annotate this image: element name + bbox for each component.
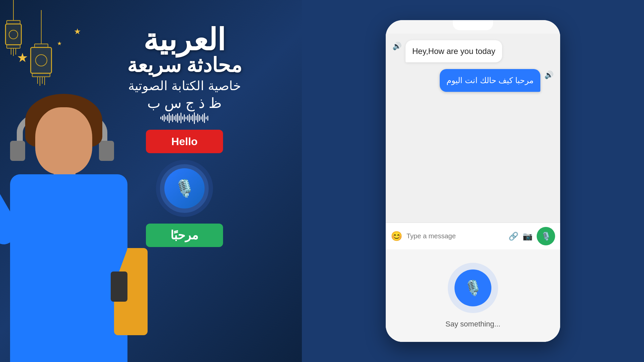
wave-bar: [174, 116, 175, 120]
wave-bar: [160, 117, 161, 119]
buttons-section: Hello 🎙️ مرحبًا: [146, 130, 223, 247]
phone-screen: 🔊 Hey,How are you today 🔊 مرحبا كيف حالك…: [386, 20, 560, 342]
lantern-cap: [34, 44, 48, 47]
arabic-main-title: العربية: [143, 23, 225, 57]
wave-bar: [177, 113, 178, 123]
wave-bar: [185, 117, 186, 119]
wave-bar: [182, 116, 183, 120]
mic-icon-large: 🎙️: [174, 179, 195, 198]
lantern-body: [30, 47, 52, 74]
arabic-hello-button[interactable]: مرحبًا: [146, 224, 223, 247]
say-something-text: Say something...: [445, 320, 500, 328]
right-panel: 🔊 Hey,How are you today 🔊 مرحبا كيف حالك…: [302, 0, 644, 362]
mic-button-container: 🎙️: [156, 160, 213, 217]
wave-bar: [191, 116, 192, 120]
tassel-line: [15, 49, 16, 55]
message-sent: 🔊 مرحبا كيف حالك انت اليوم: [440, 69, 553, 92]
wave-bar: [165, 116, 166, 120]
lantern-2: [30, 10, 52, 86]
lantern-string: [13, 0, 14, 20]
arabic-feature-text: خاصية الكتابة الصوتية: [128, 78, 240, 93]
lantern-string: [41, 10, 42, 44]
voice-mic-button[interactable]: 🎙️: [454, 269, 491, 306]
lantern-1: [5, 0, 22, 86]
chat-area: 🔊 Hey,How are you today 🔊 مرحبا كيف حالك…: [386, 34, 560, 223]
wave-bar: [179, 116, 180, 121]
sound-wave: [160, 111, 208, 125]
wave-bar: [169, 113, 170, 123]
bubble-sent: مرحبا كيف حالك انت اليوم: [440, 69, 540, 92]
wave-bar: [175, 115, 176, 121]
emoji-icon[interactable]: 😊: [391, 231, 402, 242]
wave-bar: [167, 115, 168, 121]
voice-mic-icon: 🎙️: [464, 279, 482, 297]
arabic-subtitle: محادثة سريعة: [127, 53, 242, 77]
arabic-letters: ظ ذ ج س ب: [147, 95, 222, 111]
lantern-bottom: [6, 45, 20, 49]
wave-bar: [187, 115, 188, 121]
wave-bar: [199, 115, 200, 121]
headphone-cup-right: [99, 141, 114, 161]
speaker-icon-sent[interactable]: 🔊: [544, 71, 553, 79]
wave-bar: [172, 114, 173, 122]
left-panel: ★ ★ ★ العربية محادثة سريعة خاصية الكتابة…: [0, 0, 302, 362]
wave-bar: [204, 113, 205, 123]
wave-bar: [180, 113, 181, 123]
message-received: 🔊 Hey,How are you today: [392, 40, 502, 62]
wave-bar: [194, 112, 195, 124]
hello-button[interactable]: Hello: [146, 130, 223, 153]
speaker-icon-received[interactable]: 🔊: [392, 42, 401, 51]
wave-bar: [201, 116, 202, 120]
camera-icon[interactable]: 📷: [523, 232, 533, 241]
wave-bar: [192, 115, 193, 121]
wave-bar: [184, 114, 185, 122]
face: [35, 107, 92, 174]
lanterns-decoration: [0, 0, 52, 86]
sent-message-text: مرحبا كيف حالك انت اليوم: [446, 76, 534, 85]
voice-mic-container: 🎙️: [448, 263, 498, 313]
mic-button-large[interactable]: 🎙️: [164, 168, 205, 208]
wave-bar: [206, 117, 207, 119]
lantern-bottom: [32, 74, 50, 77]
wave-bar: [196, 116, 197, 120]
message-input[interactable]: [407, 228, 504, 245]
lantern-body: [5, 23, 22, 45]
lantern-inner: [9, 30, 18, 39]
attachment-icon[interactable]: 🔗: [508, 232, 519, 241]
lantern-cap: [6, 20, 20, 23]
wave-bar: [170, 115, 171, 121]
star-decoration-small: ★: [74, 27, 81, 36]
phone-mockup: 🔊 Hey,How are you today 🔊 مرحبا كيف حالك…: [386, 20, 560, 342]
mic-send-icon: 🎙️: [541, 232, 551, 241]
tassel-line: [13, 49, 14, 56]
wave-bar: [197, 114, 198, 122]
mic-send-button[interactable]: 🎙️: [537, 227, 555, 245]
wave-bar: [202, 114, 203, 122]
star-decoration-tiny: ★: [57, 40, 62, 47]
wave-bar: [162, 116, 163, 120]
phone-in-hand: [111, 272, 127, 302]
tassel-line: [11, 49, 11, 55]
received-message-text: Hey,How are you today: [412, 47, 495, 56]
wave-bar: [207, 116, 208, 121]
lantern-tassel: [11, 49, 16, 56]
lantern-inner: [35, 54, 47, 66]
headphone-cup-left: [10, 141, 25, 161]
message-input-bar: 😊 🔗 📷 🎙️: [386, 223, 560, 249]
wave-bar: [189, 114, 190, 122]
star-decoration-large: ★: [17, 50, 28, 65]
phone-notch: [453, 20, 493, 30]
voice-input-area: 🎙️ Say something...: [386, 249, 560, 342]
wave-bar: [164, 114, 165, 122]
bubble-received: Hey,How are you today: [406, 40, 502, 62]
